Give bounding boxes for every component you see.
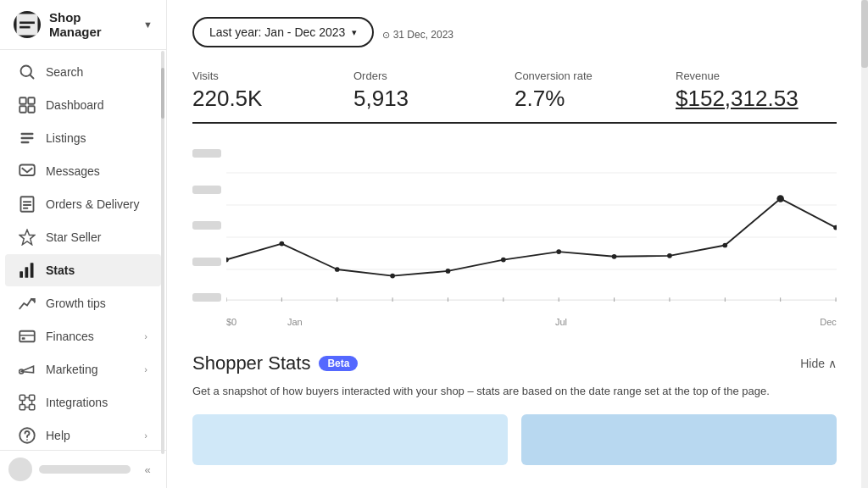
date-range-label: Last year: Jan - Dec 2023 [209, 25, 345, 39]
visits-value: 220.5K [192, 86, 337, 112]
svg-rect-11 [21, 141, 30, 144]
shop-logo [14, 11, 41, 38]
hide-button[interactable]: Hide ∧ [800, 357, 837, 370]
integrations-icon [19, 394, 36, 411]
svg-rect-26 [30, 395, 35, 400]
sidebar-item-integrations[interactable]: Integrations [5, 386, 161, 419]
svg-rect-19 [25, 267, 29, 278]
svg-rect-9 [21, 133, 34, 136]
y-axis-label-1 [192, 258, 221, 266]
main-scrollbar[interactable] [861, 0, 868, 488]
svg-rect-10 [21, 137, 34, 140]
sidebar-item-search[interactable]: Search [5, 56, 161, 88]
svg-point-60 [612, 254, 617, 259]
help-icon [19, 427, 36, 444]
x-label-jan: $0 [226, 317, 236, 327]
help-arrow-icon: › [144, 430, 147, 441]
shop-manager-title: Shop Manager [49, 10, 135, 39]
visits-label: Visits [192, 69, 337, 82]
sidebar-item-dashboard-label: Dashboard [46, 98, 104, 112]
orders-value: 5,913 [353, 86, 498, 112]
x-label-dec: Dec [820, 317, 837, 327]
sidebar-item-marketing[interactable]: Marketing › [5, 353, 161, 385]
svg-rect-20 [31, 263, 34, 278]
svg-rect-2 [19, 26, 30, 29]
shopper-card-1 [192, 414, 508, 465]
growth-icon [19, 295, 36, 312]
svg-point-54 [280, 241, 285, 247]
conversion-value: 2.7% [515, 86, 659, 112]
sidebar-item-growth-label: Growth tips [46, 297, 106, 310]
sidebar-item-listings-label: Listings [46, 131, 86, 145]
stat-revenue: Revenue $152,312.53 [676, 69, 837, 112]
svg-line-4 [31, 75, 34, 79]
svg-rect-28 [30, 405, 35, 410]
svg-rect-6 [28, 97, 35, 104]
conversion-label: Conversion rate [515, 69, 659, 82]
revenue-value: $152,312.53 [676, 86, 820, 112]
svg-point-53 [226, 258, 229, 263]
shop-dropdown-arrow[interactable]: ▼ [143, 19, 153, 30]
sidebar-scrollbar-thumb [161, 68, 164, 119]
sidebar-scrollbar[interactable] [161, 51, 164, 454]
orders-icon [19, 196, 36, 213]
clock-icon: ⊙ [382, 30, 390, 40]
dashboard-icon [19, 97, 36, 114]
svg-rect-7 [19, 106, 26, 113]
sidebar-item-dashboard[interactable]: Dashboard [5, 89, 161, 121]
shopper-title-row: Shopper Stats Beta [192, 352, 358, 374]
marketing-arrow-icon: › [144, 364, 147, 374]
y-axis-label-3 [192, 186, 221, 194]
svg-rect-12 [19, 165, 35, 176]
listings-icon [19, 130, 36, 147]
svg-rect-23 [22, 337, 25, 340]
search-icon [19, 64, 36, 80]
sidebar-item-finances[interactable]: Finances › [5, 320, 161, 352]
svg-rect-21 [19, 331, 35, 342]
sidebar-item-messages-label: Messages [46, 164, 100, 178]
sidebar-nav: Search Dashboard Listings Messages [0, 50, 166, 450]
sidebar-item-star-seller[interactable]: Star Seller [5, 221, 161, 253]
sidebar-item-marketing-label: Marketing [46, 363, 97, 376]
sidebar-item-help[interactable]: Help › [5, 419, 161, 450]
sidebar-item-messages[interactable]: Messages [5, 155, 161, 187]
svg-rect-14 [23, 201, 31, 202]
sidebar-item-help-label: Help [46, 429, 70, 442]
stat-conversion: Conversion rate 2.7% [515, 69, 676, 112]
svg-rect-8 [28, 106, 35, 113]
finances-arrow-icon: › [144, 331, 147, 341]
svg-rect-18 [19, 271, 23, 278]
svg-rect-16 [23, 208, 28, 209]
x-label-start: Jan [287, 317, 303, 327]
x-label-jul: Jul [555, 317, 567, 327]
finances-icon [19, 328, 36, 345]
shopper-stats-title: Shopper Stats [192, 352, 310, 374]
sidebar-item-listings[interactable]: Listings [5, 122, 161, 154]
svg-point-63 [776, 195, 784, 202]
shopper-stats-header: Shopper Stats Beta Hide ∧ [192, 352, 837, 374]
sidebar-item-stats[interactable]: Stats [5, 254, 161, 286]
stats-row: Visits 220.5K Orders 5,913 Conversion ra… [192, 69, 837, 124]
beta-badge: Beta [319, 356, 358, 371]
user-name-placeholder [39, 465, 131, 474]
svg-rect-25 [19, 395, 25, 400]
sidebar-item-growth[interactable]: Growth tips [5, 287, 161, 319]
star-icon [19, 229, 36, 246]
main-scrollbar-thumb [861, 0, 868, 68]
svg-rect-0 [17, 14, 38, 36]
sidebar-header[interactable]: Shop Manager ▼ [0, 0, 166, 50]
sidebar-item-stats-label: Stats [46, 263, 75, 277]
stat-visits: Visits 220.5K [192, 69, 353, 112]
collapse-sidebar-button[interactable]: « [137, 459, 158, 480]
svg-point-34 [26, 439, 28, 441]
sidebar-item-orders-label: Orders & Delivery [46, 197, 139, 211]
svg-point-61 [667, 253, 672, 258]
sidebar-item-star-seller-label: Star Seller [46, 230, 101, 244]
sidebar-footer: « [0, 450, 166, 488]
shopper-card-2 [521, 414, 837, 465]
shopper-stats-description: Get a snapshot of how buyers interacted … [192, 383, 837, 401]
sidebar-item-orders[interactable]: Orders & Delivery [5, 188, 161, 220]
svg-point-55 [335, 267, 340, 272]
date-range-selector[interactable]: Last year: Jan - Dec 2023 ▾ [192, 17, 374, 47]
date-selector-arrow-icon: ▾ [352, 27, 357, 38]
